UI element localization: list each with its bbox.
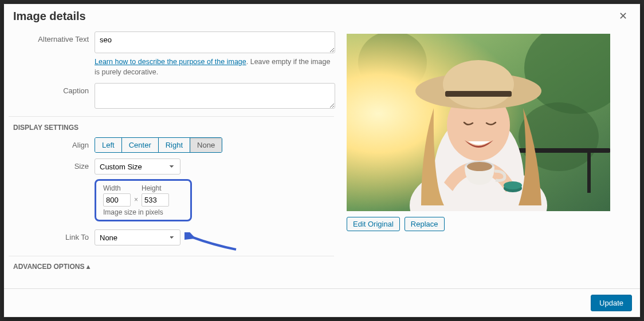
- linkto-label: Link To: [9, 229, 95, 245]
- linkto-select[interactable]: None: [95, 229, 180, 245]
- alt-text-input[interactable]: seo: [95, 31, 335, 53]
- custom-size-box: Width × Height Image size in pixels: [95, 179, 192, 221]
- alt-text-help: Learn how to describe the purpose of the…: [95, 57, 335, 77]
- svg-point-14: [504, 181, 522, 189]
- settings-pane: Alternative Text seo Learn how to descri…: [9, 29, 341, 288]
- align-left-button[interactable]: Left: [95, 138, 122, 152]
- modal-footer: Update: [4, 288, 640, 317]
- update-button[interactable]: Update: [591, 295, 632, 311]
- align-button-group: Left Center Right None: [95, 137, 222, 153]
- image-details-modal: Image details ✕ Alternative Text seo Lea…: [3, 3, 641, 318]
- image-preview: [347, 34, 610, 211]
- size-multiply-icon: ×: [134, 196, 138, 207]
- preview-pane: Edit Original Replace: [341, 29, 640, 288]
- width-input[interactable]: [103, 193, 131, 207]
- size-select[interactable]: Custom Size: [95, 158, 180, 175]
- modal-body: Alternative Text seo Learn how to descri…: [4, 27, 640, 288]
- advanced-options-label: Advanced Options: [13, 263, 84, 271]
- caption-input[interactable]: [95, 83, 335, 109]
- caret-up-icon: ▴: [87, 263, 90, 271]
- svg-point-11: [443, 60, 514, 108]
- modal-header: Image details ✕: [4, 4, 640, 27]
- advanced-options-toggle[interactable]: Advanced Options ▴: [13, 263, 90, 271]
- align-none-button[interactable]: None: [190, 138, 222, 152]
- edit-original-button[interactable]: Edit Original: [347, 217, 400, 231]
- height-input[interactable]: [142, 193, 169, 207]
- close-icon[interactable]: ✕: [615, 9, 631, 23]
- modal-title: Image details: [13, 10, 86, 23]
- alt-help-link[interactable]: Learn how to describe the purpose of the…: [95, 58, 246, 66]
- svg-point-16: [467, 162, 492, 171]
- svg-rect-12: [445, 91, 512, 97]
- align-label: Align: [9, 137, 95, 153]
- display-settings-title: Display Settings: [9, 116, 334, 137]
- height-label: Height: [142, 184, 169, 192]
- size-label: Size: [9, 158, 95, 221]
- align-center-button[interactable]: Center: [122, 138, 159, 152]
- alt-text-label: Alternative Text: [9, 31, 95, 77]
- align-right-button[interactable]: Right: [159, 138, 190, 152]
- caption-label: Caption: [9, 83, 95, 110]
- width-label: Width: [103, 184, 131, 192]
- size-hint: Image size in pixels: [103, 208, 183, 216]
- replace-button[interactable]: Replace: [405, 217, 445, 231]
